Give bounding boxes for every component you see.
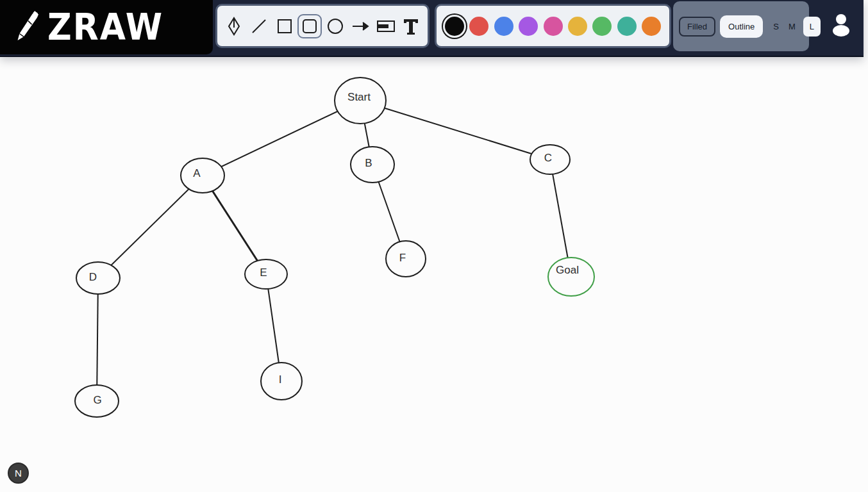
size-s-button[interactable]: S <box>771 22 781 31</box>
size-l-button[interactable]: L <box>803 17 821 37</box>
fill-rect-icon <box>376 20 396 33</box>
circle-icon <box>326 17 344 35</box>
graph-node-G[interactable]: G <box>75 385 119 417</box>
colors-panel <box>435 4 671 48</box>
graph-node-Start[interactable]: Start <box>335 78 386 124</box>
app-logo: ZRAW <box>0 0 213 54</box>
color-swatch-green[interactable] <box>592 17 612 36</box>
fill-style-filled-button[interactable]: Filled <box>679 17 715 37</box>
app-stage: StartABCDEFGoalIG ZRAW FilledOutline SML <box>0 0 868 492</box>
graph-edge-A-D[interactable] <box>98 176 203 278</box>
rounded-square-icon <box>301 18 318 35</box>
graph-node-label-Goal: Goal <box>556 264 579 276</box>
graph-node-label-I: I <box>279 373 282 386</box>
color-swatch-blue[interactable] <box>494 17 513 36</box>
color-swatch-pink[interactable] <box>544 17 563 36</box>
graph-edge-Start-A[interactable] <box>203 101 360 176</box>
tool-ellipse-button[interactable] <box>323 14 347 38</box>
user-icon <box>830 12 853 40</box>
graph-node-label-B: B <box>365 157 372 169</box>
arrow-icon <box>351 19 370 33</box>
tool-pen-button[interactable] <box>222 14 246 38</box>
fill-style-outline-button[interactable]: Outline <box>720 15 763 38</box>
graph-node-F[interactable]: F <box>386 241 426 277</box>
tool-rectangle-button[interactable] <box>272 14 297 38</box>
square-icon <box>276 18 293 35</box>
size-m-button[interactable]: M <box>787 22 797 31</box>
tool-rounded-rectangle-button[interactable] <box>297 14 322 38</box>
user-account-button[interactable] <box>828 6 854 46</box>
drawing-canvas[interactable]: StartABCDEFGoalIG <box>0 0 868 492</box>
top-toolbar: ZRAW FilledOutline SML <box>0 0 864 57</box>
tool-fill-button[interactable] <box>374 14 398 38</box>
pen-nib-icon <box>225 17 243 36</box>
logo-pen-icon <box>10 8 40 47</box>
size-group: SML <box>771 17 821 37</box>
graph-node-label-E: E <box>260 266 267 279</box>
graph-node-label-F: F <box>399 252 406 264</box>
color-swatch-teal[interactable] <box>617 17 637 36</box>
color-swatch-purple[interactable] <box>519 17 538 36</box>
graph-node-E[interactable]: E <box>245 259 287 289</box>
tool-line-button[interactable] <box>247 14 271 38</box>
graph-node-label-A: A <box>193 167 201 179</box>
options-panel: FilledOutline SML <box>673 1 809 51</box>
graph-node-D[interactable]: D <box>76 262 120 294</box>
text-icon <box>403 17 419 35</box>
avatar-letter: N <box>15 468 22 479</box>
tool-arrow-button[interactable] <box>348 14 372 38</box>
tools-panel <box>215 4 430 48</box>
graph-node-label-D: D <box>89 271 97 283</box>
graph-edge-D-G[interactable] <box>97 278 98 401</box>
color-swatch-orange[interactable] <box>642 17 661 36</box>
graph-node-label-C: C <box>544 152 552 164</box>
color-swatch-red[interactable] <box>469 17 488 36</box>
avatar[interactable]: N <box>8 463 29 484</box>
graph-node-B[interactable]: B <box>351 147 394 183</box>
graph-node-C[interactable]: C <box>530 145 570 174</box>
graph-node-I[interactable]: I <box>261 363 302 400</box>
fill-style-group: FilledOutline <box>679 15 763 38</box>
color-swatch-yellow[interactable] <box>568 17 587 36</box>
graph-node-label-Start: Start <box>347 91 371 103</box>
tool-text-button[interactable] <box>399 14 423 38</box>
graph-edge-Start-C[interactable] <box>360 101 550 160</box>
graph-node-Goal[interactable]: Goal <box>548 258 594 296</box>
line-icon <box>250 17 268 35</box>
graph-node-label-G: G <box>93 394 101 406</box>
graph-node-A[interactable]: A <box>181 158 224 193</box>
color-swatch-black[interactable] <box>445 17 464 36</box>
logo-text: ZRAW <box>47 6 163 48</box>
